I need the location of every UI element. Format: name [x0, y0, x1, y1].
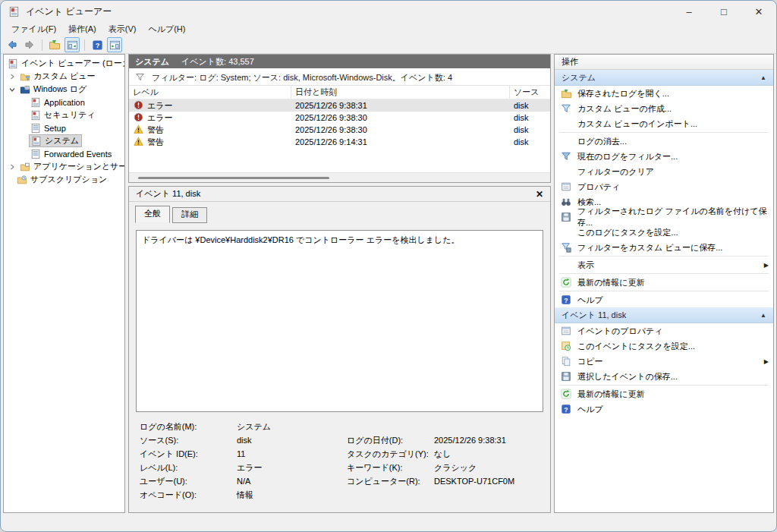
- action-create-custom-view[interactable]: カスタム ビューの作成...: [555, 101, 773, 116]
- field-value: クラシック: [434, 462, 550, 474]
- toggle-action-pane-icon[interactable]: [107, 37, 122, 52]
- chevron-right-icon[interactable]: [8, 74, 16, 80]
- action-properties[interactable]: プロパティ: [555, 179, 773, 194]
- close-button[interactable]: ✕: [741, 1, 776, 22]
- actions-separator: [559, 273, 769, 274]
- tree-item-system[interactable]: システム: [4, 134, 124, 147]
- filter-notification-bar[interactable]: フィルター: ログ: System; ソース: disk, Microsoft-…: [129, 70, 550, 86]
- tab-details[interactable]: 詳細: [172, 207, 207, 223]
- tree-item-custom-views[interactable]: カスタム ビュー: [4, 70, 124, 83]
- forward-icon[interactable]: [22, 37, 37, 52]
- action-save-filtered-log[interactable]: フィルターされたログ ファイルの名前を付けて保存...: [555, 209, 773, 225]
- tree-item-label: イベント ビューアー (ローカル): [21, 58, 125, 69]
- action-refresh[interactable]: 最新の情報に更新: [555, 275, 773, 290]
- tree-item-root[interactable]: イベント ビューアー (ローカル): [4, 57, 124, 70]
- field-label: ソース(S):: [140, 435, 237, 446]
- tree-item-label: システム: [45, 135, 79, 146]
- properties-icon: [560, 325, 572, 337]
- action-clear-filter[interactable]: フィルターのクリア: [555, 164, 773, 179]
- event-preview-pane: イベント 11, disk ✕ 全般 詳細 ドライバーは ¥Device¥Har…: [128, 186, 551, 513]
- action-save-filter-to-custom-view[interactable]: フィルターをカスタム ビューに保存...: [555, 240, 773, 255]
- event-count: イベント数: 43,557: [181, 56, 254, 68]
- column-header-date[interactable]: 日付と時刻: [291, 86, 510, 99]
- action-save-selected-events[interactable]: 選択したイベントの保存...: [555, 369, 773, 384]
- event-level: 警告: [147, 124, 164, 136]
- event-level: 警告: [147, 137, 164, 148]
- preview-tabs: 全般 詳細: [129, 202, 550, 223]
- action-filter-current-log[interactable]: 現在のログをフィルター...: [555, 149, 773, 164]
- chevron-right-icon[interactable]: [8, 164, 16, 170]
- app-icon: [8, 6, 20, 17]
- menu-action[interactable]: 操作(A): [62, 22, 102, 36]
- svg-text:?: ?: [95, 42, 99, 49]
- field-row: オペコード(O): 情報: [140, 488, 550, 502]
- help-icon: ?: [560, 403, 572, 415]
- toolbar-separator: [84, 39, 85, 51]
- custom-view-folder-icon: [19, 71, 30, 82]
- tree-item-forwarded-events[interactable]: Forwarded Events: [4, 147, 124, 160]
- warning-icon: [134, 137, 143, 148]
- action-label: コピー: [577, 356, 603, 367]
- action-label: カスタム ビューの作成...: [577, 103, 672, 115]
- preview-header: イベント 11, disk ✕: [129, 187, 550, 202]
- field-row: レベル(L): エラー キーワード(K): クラシック: [140, 461, 550, 474]
- tree-item-subscriptions[interactable]: サブスクリプション: [4, 173, 124, 186]
- event-row[interactable]: エラー 2025/12/26 9:38:31 disk: [129, 99, 550, 112]
- column-header-level[interactable]: レベル: [129, 86, 291, 99]
- tree-item-windows-logs[interactable]: Windows ログ: [4, 83, 124, 96]
- minimize-button[interactable]: –: [672, 1, 706, 22]
- horizontal-scrollbar[interactable]: [129, 172, 550, 182]
- tree-item-security[interactable]: セキュリティ: [4, 109, 124, 121]
- tree-item-apps-services-logs[interactable]: アプリケーションとサービス ログ: [4, 160, 124, 173]
- action-view[interactable]: 表示 ▶: [555, 257, 773, 272]
- event-row[interactable]: 警告 2025/12/26 9:38:30 disk: [129, 124, 550, 136]
- field-row: ユーザー(U): N/A コンピューター(R): DESKTOP-U71CF0M: [140, 474, 550, 488]
- actions-section-system[interactable]: システム ▲: [555, 70, 773, 86]
- back-icon[interactable]: [5, 37, 20, 52]
- event-row[interactable]: 警告 2025/12/26 9:14:31 disk: [129, 136, 550, 148]
- action-refresh-event[interactable]: 最新の情報に更新: [555, 386, 773, 401]
- tab-general[interactable]: 全般: [135, 206, 170, 223]
- column-header-source[interactable]: ソース: [510, 86, 550, 99]
- action-event-properties[interactable]: イベントのプロパティ: [555, 323, 773, 338]
- action-open-saved-log[interactable]: 保存されたログを開く...: [555, 86, 773, 101]
- menu-file[interactable]: ファイル(F): [5, 22, 62, 36]
- tree-item-application[interactable]: Application: [4, 96, 124, 109]
- field-label: キーワード(K):: [347, 462, 434, 474]
- subscriptions-icon: [16, 175, 27, 185]
- chevron-down-icon[interactable]: [8, 87, 16, 93]
- properties-icon: [560, 181, 572, 193]
- menu-bar: ファイル(F) 操作(A) 表示(V) ヘルプ(H): [1, 22, 776, 36]
- scrollbar-thumb[interactable]: [138, 177, 329, 179]
- event-message-box[interactable]: ドライバーは ¥Device¥Harddisk2¥DR16 でコントローラー エ…: [136, 230, 543, 412]
- action-attach-task-to-event[interactable]: このイベントにタスクを設定...: [555, 338, 773, 354]
- menu-view[interactable]: 表示(V): [102, 22, 143, 36]
- action-import-custom-view[interactable]: カスタム ビューのインポート...: [555, 116, 773, 131]
- actions-section-event[interactable]: イベント 11, disk ▲: [555, 307, 773, 323]
- copy-icon: [560, 355, 572, 367]
- field-value: 11: [237, 449, 347, 458]
- toggle-console-tree-icon[interactable]: [64, 37, 80, 52]
- event-source: disk: [510, 137, 550, 146]
- action-help[interactable]: ? ヘルプ: [555, 292, 773, 307]
- menu-help[interactable]: ヘルプ(H): [142, 22, 191, 36]
- action-copy[interactable]: コピー ▶: [555, 354, 773, 369]
- event-source: disk: [510, 113, 550, 122]
- tree-item-label: アプリケーションとサービス ログ: [33, 161, 125, 172]
- tree-item-label: サブスクリプション: [30, 174, 107, 185]
- maximize-button[interactable]: □: [706, 1, 741, 22]
- event-level: エラー: [147, 112, 173, 124]
- collapse-icon[interactable]: ▲: [760, 312, 766, 319]
- open-saved-log-icon[interactable]: [47, 37, 62, 52]
- collapse-icon[interactable]: ▲: [760, 74, 766, 81]
- tree-item-label: カスタム ビュー: [33, 71, 96, 82]
- tree-item-setup[interactable]: Setup: [4, 121, 124, 134]
- action-attach-task-to-log[interactable]: このログにタスクを設定...: [555, 225, 773, 240]
- action-help-event[interactable]: ? ヘルプ: [555, 401, 773, 417]
- help-icon[interactable]: ?: [90, 37, 105, 52]
- close-preview-icon[interactable]: ✕: [536, 189, 543, 200]
- error-icon: [134, 112, 143, 124]
- field-label: タスクのカテゴリ(Y):: [347, 449, 434, 460]
- action-clear-log[interactable]: ログの消去...: [555, 134, 773, 149]
- event-row[interactable]: エラー 2025/12/26 9:38:30 disk: [129, 112, 550, 124]
